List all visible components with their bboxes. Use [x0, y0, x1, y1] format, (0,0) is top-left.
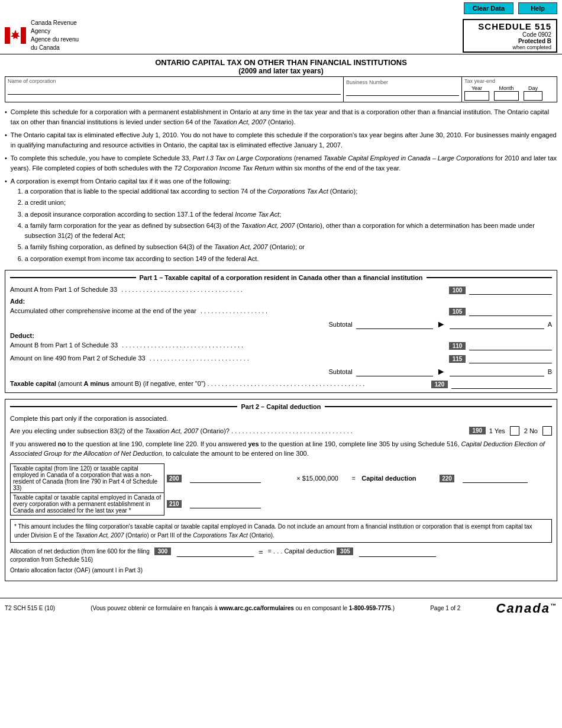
- top-bar: Clear Data Help: [0, 0, 562, 17]
- no-label: 2 No: [524, 427, 538, 434]
- line-105-input[interactable]: [469, 307, 552, 316]
- footer-bar: T2 SCH 515 E (10) (Vous pouvez obtenir c…: [0, 598, 562, 619]
- line-120-row: Taxable capital (amount A minus amount B…: [10, 379, 552, 389]
- line-110-row: Amount B from Part 1 of Schedule 33 . . …: [10, 340, 552, 351]
- line-120-label: Taxable capital (amount A minus amount B…: [10, 379, 431, 388]
- title-line1: ONTARIO CAPITAL TAX ON OTHER THAN FINANC…: [5, 58, 557, 67]
- arrow-right-b: ►: [437, 366, 446, 377]
- alloc-equals: =: [259, 547, 263, 556]
- bullet-1: •: [5, 107, 7, 127]
- part2-section: Part 2 – Capital deduction Complete this…: [5, 399, 557, 581]
- capital-210-desc: Taxable capital or taxable capital emplo…: [11, 492, 164, 515]
- business-num-label: Business Number: [346, 79, 388, 85]
- footnote-box: * This amount includes the filing corpor…: [10, 519, 552, 543]
- day-input[interactable]: [524, 91, 542, 101]
- instruction-2-text: The Ontario capital tax is eliminated ef…: [11, 130, 557, 150]
- line-200-input-cell: [188, 463, 287, 492]
- subtotal-a-input[interactable]: [356, 320, 433, 329]
- yes-no-area: 1 Yes 2 No: [489, 426, 552, 436]
- business-num-input[interactable]: [346, 85, 459, 96]
- when-completed: when completed: [469, 44, 551, 50]
- line-115-row: Amount on line 490 from Part 2 of Schedu…: [10, 353, 552, 364]
- line-115-num: 115: [449, 355, 466, 363]
- line-305-num: 305: [337, 547, 353, 555]
- part1-header-line-right: [427, 277, 553, 278]
- protected-b: Protected B: [469, 38, 551, 44]
- line-115-input[interactable]: [469, 354, 552, 363]
- subtotal-b-input[interactable]: [356, 367, 433, 376]
- alloc-desc: Allocation of net deduction (from line 6…: [10, 547, 152, 564]
- title-line2: (2009 and later tax years): [5, 67, 557, 75]
- canada-logo: Canada™: [496, 601, 557, 616]
- alloc-row: Allocation of net deduction (from line 6…: [10, 547, 552, 564]
- svg-rect-0: [5, 27, 10, 44]
- exempt-item-2: a credit union;: [25, 198, 557, 208]
- help-button[interactable]: Help: [518, 2, 557, 14]
- header: Canada Revenue Agency Agence du revenu d…: [0, 17, 562, 54]
- subtotal-b-final[interactable]: [450, 367, 544, 376]
- footer-page: Page 1 of 2: [430, 605, 460, 611]
- line-120-num: 120: [431, 381, 448, 388]
- year-input[interactable]: [464, 91, 489, 101]
- part1-header-line-left: [10, 277, 136, 278]
- line-200-input[interactable]: [190, 473, 261, 483]
- exempt-item-1: a corporation that is liable to the spec…: [25, 186, 557, 197]
- clear-data-button[interactable]: Clear Data: [464, 2, 513, 14]
- line-300-input[interactable]: [177, 547, 254, 557]
- corp-name-label: Name of corporation: [8, 78, 341, 84]
- part2-header: Part 2 – Capital deduction: [10, 403, 552, 410]
- line-220-num: 220: [440, 475, 454, 482]
- yes-label: 1 Yes: [489, 427, 505, 434]
- fields-row: Name of corporation Business Number Tax …: [5, 76, 557, 102]
- month-input[interactable]: [494, 91, 519, 101]
- line-110-input[interactable]: [469, 341, 552, 350]
- line-305-input[interactable]: [359, 547, 436, 557]
- tax-year-field: Tax year-end Year Month Day: [462, 77, 557, 102]
- line-100-input[interactable]: [469, 285, 552, 295]
- multiply-15m: × $15,000,000: [296, 475, 338, 482]
- business-num-field: Business Number: [344, 77, 462, 102]
- line-210-input-cell: [188, 492, 287, 515]
- instruction-3: • To complete this schedule, you have to…: [5, 153, 557, 173]
- capital-deduction-cell: Capital deduction: [359, 463, 437, 492]
- line-210-num: 210: [167, 500, 182, 508]
- line-220-input[interactable]: [463, 473, 528, 483]
- line-190-num: 190: [469, 427, 486, 434]
- part1-section: Part 1 – Taxable capital of a corporatio…: [5, 270, 557, 393]
- subtotal-a-final[interactable]: [450, 320, 544, 329]
- exempt-item-4: a family farm corporation for the year a…: [25, 221, 557, 240]
- line-200-num: 200: [167, 475, 182, 482]
- no-checkbox[interactable]: [542, 426, 552, 436]
- part1-header-text: Part 1 – Taxable capital of a corporatio…: [136, 274, 427, 281]
- line-110-num: 110: [449, 342, 466, 350]
- corp-name-input[interactable]: [8, 84, 341, 95]
- line-220-input-cell: [460, 463, 552, 492]
- line-210-num-cell: 210: [164, 492, 188, 515]
- capital-row-210: Taxable capital or taxable capital emplo…: [11, 492, 553, 515]
- corp-name-field: Name of corporation: [5, 77, 344, 102]
- oaf-desc: Ontario allocation factor (OAF) (amount …: [10, 566, 152, 575]
- line-300-num: 300: [154, 547, 171, 555]
- capital-row-200: Taxable capital (from line 120) or taxab…: [11, 463, 553, 492]
- part1-header: Part 1 – Taxable capital of a corporatio…: [10, 274, 552, 281]
- tax-year-end-label: Tax year-end: [464, 78, 554, 84]
- line-210-input[interactable]: [190, 499, 261, 508]
- yes-checkbox[interactable]: [510, 426, 519, 436]
- footer-left: T2 SCH 515 E (10): [5, 605, 55, 611]
- line-120-input[interactable]: [451, 379, 552, 389]
- instruction-4-text: A corporation is exempt from Ontario cap…: [11, 178, 231, 185]
- subtotal-b-row: Subtotal ► B: [10, 366, 552, 377]
- line-100-label: Amount A from Part 1 of Schedule 33 . . …: [10, 285, 449, 294]
- capital-deduction-label: Capital deduction: [361, 475, 416, 482]
- exempt-item-5: a family fishing corporation, as defined…: [25, 242, 557, 252]
- empty-cell: [287, 492, 552, 515]
- year-label: Year: [464, 85, 489, 91]
- bullet-2: •: [5, 130, 7, 150]
- month-label: Month: [494, 85, 519, 91]
- agency-text: Canada Revenue Agency Agence du revenu d…: [31, 19, 79, 52]
- equals-sign: =: [352, 475, 356, 482]
- line-105-row: Accumulated other comprehensive income a…: [10, 306, 552, 317]
- part2-complete-text: Complete this part only if the corporati…: [10, 414, 552, 424]
- part2-header-line-right: [325, 406, 552, 407]
- alloc-capital-deduction-label: = . . . Capital deduction: [268, 547, 335, 555]
